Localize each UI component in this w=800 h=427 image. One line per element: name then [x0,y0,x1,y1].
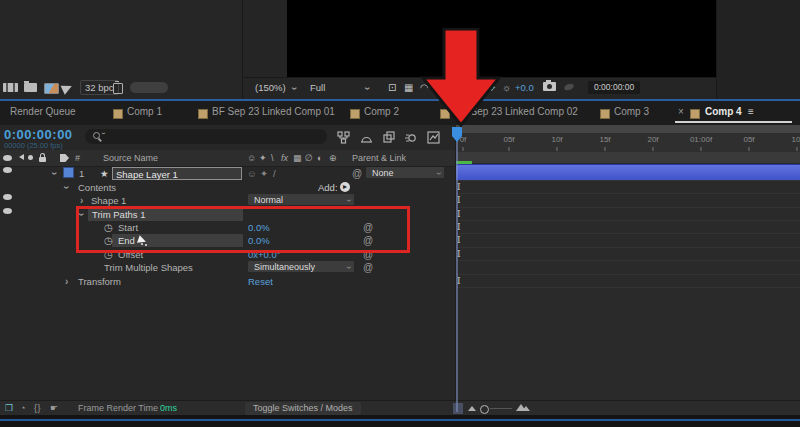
composition-tab-bar: Render Queue Comp 1 BF Sep 23 Linked Com… [0,101,800,125]
three-d-icon: ⊕ [329,150,337,166]
eye-icon[interactable] [3,167,12,173]
shy-layers-icon[interactable] [383,130,396,148]
transform-row[interactable]: › Transform Reset [0,275,455,288]
layer-number-column[interactable]: # [75,150,80,166]
video-column-eye-icon[interactable] [3,155,12,161]
label-color-swatch[interactable] [63,167,74,178]
shy-toggle[interactable]: ☺ [247,167,257,180]
exposure-value[interactable]: +0.0 [515,78,534,97]
quality-icon: \ [271,150,274,166]
solo-column-icon[interactable] [28,155,33,160]
expander-icon[interactable]: › [65,275,68,288]
transform-reset-link[interactable]: Reset [248,275,273,288]
collapse-toggle[interactable]: ✦ [260,167,268,180]
chevron-down-icon[interactable]: › [285,87,304,90]
draft-3d-icon[interactable] [360,130,373,148]
layer-row[interactable]: › 1 ★ Shape Layer 1 ☺ ✦ / @ None › [0,167,455,180]
search-input[interactable]: › [85,129,327,144]
frame-info: 00000 (25.00 fps) [4,141,63,150]
brackets-icon[interactable]: { } [34,401,40,416]
ruler-tick-label: 01:00f [690,133,712,147]
eye-icon[interactable] [3,208,12,214]
quality-toggle[interactable]: / [273,167,276,180]
tab-comp-1[interactable]: Comp 1 [127,101,162,123]
audio-column-speaker-icon[interactable] [16,154,24,160]
resolution-dropdown[interactable]: Full [310,78,325,97]
ruler-tick-label: 20f [647,133,658,147]
expander-icon[interactable]: › [60,186,73,189]
trash-icon[interactable] [113,83,123,94]
tab-comp-4-active[interactable]: Comp 4 [705,101,742,123]
zoom-out-mountain-icon[interactable] [468,406,476,411]
contents-row[interactable]: › Contents Add: ▸ [0,181,455,194]
comp-icon [690,109,700,119]
ruler-tick-label: 05f [743,133,754,147]
zoom-in-mountain-icon[interactable] [522,406,530,411]
active-tab-underline [675,121,792,123]
timeline-zoom-slider[interactable] [480,405,489,414]
tab-bf-linked-comp-01[interactable]: BF Sep 23 Linked Comp 01 [212,101,335,123]
comp-icon [198,109,208,119]
tab-render-queue[interactable]: Render Queue [10,101,76,123]
layer-duration-bar[interactable] [456,164,800,181]
expander-icon[interactable]: › [48,172,61,175]
exposure-icon[interactable]: ☼ [502,78,511,97]
layers-icon[interactable]: ❐ [5,401,13,416]
lock-column-icon[interactable] [39,157,46,162]
parent-dropdown[interactable]: None › [366,167,444,178]
pickwhip-icon[interactable]: @ [363,261,373,274]
label-column-icon[interactable] [60,154,69,162]
magnification-dropdown[interactable]: (150%) [255,78,286,97]
blend-mode-dropdown[interactable]: Normal › [248,194,354,205]
add-button[interactable]: ▸ [340,182,350,192]
work-area-bar[interactable] [456,152,800,164]
folder-icon[interactable] [24,83,37,92]
playhead-column-highlight [453,403,463,414]
chevron-down-icon: › [342,266,355,269]
time-navigator[interactable] [456,125,800,133]
track-area: 0f 05f 10f 15f 20f 01:00f 05f 10f I [455,125,800,400]
image-icon[interactable] [44,83,59,94]
contents-label[interactable]: Contents [78,181,116,194]
timeline-header: 0:00:00:00 00000 (25.00 fps) › [0,125,455,150]
close-icon[interactable]: × [678,101,684,123]
tab-comp-2[interactable]: Comp 2 [364,101,399,123]
chevron-down-icon: › [432,172,445,175]
trim-multiple-shapes-row[interactable]: Trim Multiple Shapes Simultaneously › @ [0,261,455,274]
window-accent-line [0,419,800,421]
current-time-display[interactable]: 0:00:00:00 [4,127,73,142]
show-snapshot-icon[interactable] [563,82,574,91]
graph-editor-icon[interactable] [427,130,440,148]
snapshot-camera-icon[interactable] [543,82,556,91]
annotation-rectangle [76,206,410,253]
zoom-slider-track[interactable] [490,408,512,409]
frame-blend-icon: ▦ [293,150,302,166]
time-ruler[interactable]: 0f 05f 10f 15f 20f 01:00f 05f 10f [456,133,800,153]
transform-label[interactable]: Transform [78,275,121,288]
playhead-line[interactable] [456,139,458,412]
parent-pickwhip-icon[interactable]: @ [352,167,362,180]
layer-name-field[interactable]: Shape Layer 1 [112,167,242,180]
comp-icon [113,109,123,119]
send-icon[interactable] [61,79,79,94]
chevron-down-icon[interactable]: › [358,87,377,90]
tab-comp-3[interactable]: Comp 3 [614,101,649,123]
toggle-switches-modes-button[interactable]: Toggle Switches / Modes [245,402,361,415]
parent-link-column[interactable]: Parent & Link [352,150,406,166]
eye-icon[interactable] [3,194,12,200]
transparency-grid-icon[interactable]: ◔ [20,401,25,416]
frame-render-time-label: Frame Render Time [78,401,158,416]
ruler-tick-label: 10f [791,133,800,147]
project-scrollbar[interactable] [130,82,168,93]
motion-blur-icon[interactable] [404,130,417,148]
comp-mini-flowchart-icon[interactable] [337,130,350,148]
tms-dropdown[interactable]: Simultaneously › [248,261,354,272]
tms-label[interactable]: Trim Multiple Shapes [104,261,193,274]
footage-icon[interactable] [3,83,18,92]
region-of-interest-icon[interactable]: ⊡ [388,78,396,97]
source-name-column[interactable]: Source Name [103,150,158,166]
panel-menu-icon[interactable]: ≡ [748,101,754,123]
motion-blur-column-icon: ∅ [305,150,313,166]
pointer-icon[interactable]: ☛ [50,401,58,416]
transparency-grid-icon[interactable]: ▦ [404,78,413,97]
